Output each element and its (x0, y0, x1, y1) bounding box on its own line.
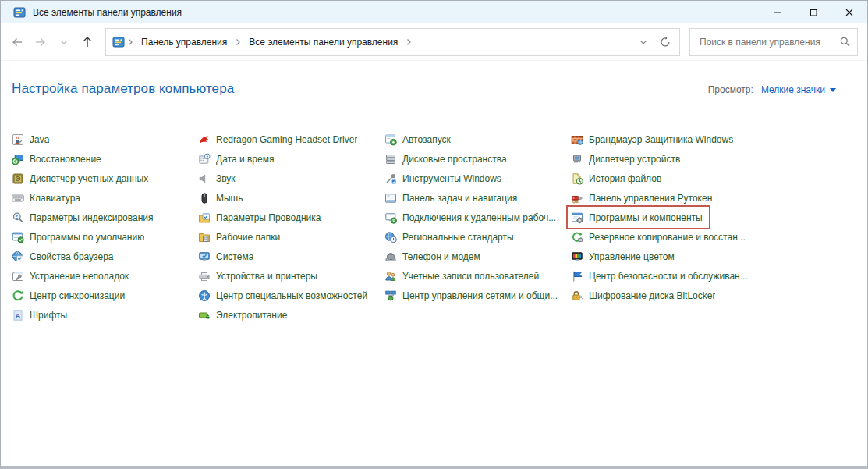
windows-tools-icon (384, 172, 397, 185)
up-button[interactable] (76, 30, 99, 54)
ease-of-access-icon (198, 290, 211, 302)
breadcrumb-item-control-panel[interactable]: Панель управления (136, 37, 232, 48)
control-panel-item-bitlocker[interactable]: Шифрование диска BitLocker (571, 286, 718, 305)
control-panel-item-keyboard[interactable]: Клавиатура (12, 188, 83, 208)
item-label: Шифрование диска BitLocker (589, 290, 715, 301)
control-panel-item-system[interactable]: Система (198, 247, 257, 266)
item-label: Параметры Проводника (216, 212, 321, 223)
minimize-icon (771, 6, 784, 19)
keyboard-icon (12, 192, 24, 204)
control-panel-item-region[interactable]: Региональные стандарты (384, 227, 517, 247)
control-panel-item-backup-restore[interactable]: Резервное копирование и восстан... (571, 227, 749, 247)
control-panel-icon (112, 36, 125, 48)
control-panel-item-phone-modem[interactable]: Телефон и модем (384, 247, 484, 266)
programs-features-icon (571, 211, 583, 224)
fonts-icon: A (12, 309, 24, 322)
caption-buttons (760, 1, 867, 23)
control-panel-item-rutoken[interactable]: Панель управления Рутокен (571, 188, 715, 208)
control-panel-item-power-options[interactable]: Электропитание (198, 305, 290, 325)
bitlocker-icon (571, 290, 583, 302)
item-label: Брандмауэр Защитника Windows (589, 134, 733, 145)
credential-manager-icon (12, 172, 24, 185)
forward-arrow-icon (34, 35, 48, 49)
items-column: Redragon Gaming Headset DriverДата и вре… (198, 130, 384, 325)
item-label: Центр специальных возможностей (216, 290, 367, 301)
control-panel-item-taskbar-navigation[interactable]: Панель задач и навигация (384, 188, 520, 208)
up-arrow-icon (80, 35, 94, 49)
control-panel-item-troubleshooting[interactable]: Устранение неполадок (12, 266, 132, 286)
items-column: АвтозапускДисковые пространстваИнструмен… (384, 130, 571, 325)
control-panel-item-redragon[interactable]: Redragon Gaming Headset Driver (198, 130, 360, 149)
item-label: Телефон и модем (402, 251, 480, 262)
control-panel-item-browser-properties[interactable]: Свойства браузера (12, 247, 117, 266)
control-panel-item-ease-of-access[interactable]: Центр специальных возможностей (198, 286, 370, 305)
back-arrow-icon (10, 35, 24, 49)
item-label: Java (30, 134, 49, 145)
control-panel-item-credential-manager[interactable]: Диспетчер учетных данных (12, 169, 151, 188)
control-panel-item-security-maintenance[interactable]: Центр безопасности и обслуживан... (571, 266, 751, 286)
control-panel-item-devices-printers[interactable]: Устройства и принтеры (198, 266, 321, 286)
forward-button[interactable] (29, 30, 52, 54)
control-panel-item-user-accounts[interactable]: Учетные записи пользователей (384, 266, 542, 286)
phone-modem-icon (384, 250, 397, 263)
refresh-button[interactable] (654, 31, 676, 53)
svg-text:A: A (16, 311, 21, 319)
recent-locations-button[interactable] (52, 30, 76, 54)
control-panel-item-java[interactable]: Java (12, 130, 52, 149)
control-panel-item-autoplay[interactable]: Автозапуск (384, 130, 454, 149)
color-management-icon (571, 250, 583, 263)
breadcrumb-item-all-items[interactable]: Все элементы панели управления (243, 37, 403, 48)
titlebar: Все элементы панели управления (1, 1, 867, 23)
address-bar[interactable]: Панель управления Все элементы панели уп… (105, 28, 680, 56)
control-panel-item-default-programs[interactable]: Программы по умолчанию (12, 227, 147, 247)
maximize-button[interactable] (795, 1, 831, 23)
control-panel-item-remote-desktop[interactable]: Подключения к удаленным рабоч... (384, 208, 559, 227)
item-label: Подключения к удаленным рабоч... (402, 212, 556, 223)
control-panel-item-work-folders[interactable]: Рабочие папки (198, 227, 283, 247)
control-panel-item-recovery[interactable]: Восстановление (12, 149, 105, 169)
address-dropdown-button[interactable] (632, 31, 654, 53)
control-panel-item-storage-spaces[interactable]: Дисковые пространства (384, 149, 510, 169)
close-button[interactable] (831, 1, 867, 23)
control-panel-item-sync-center[interactable]: Центр синхронизации (12, 286, 128, 305)
item-label: Дисковые пространства (402, 154, 507, 165)
items-grid: JavaВосстановлениеДиспетчер учетных данн… (1, 130, 867, 325)
control-panel-item-date-time[interactable]: Дата и время (198, 149, 277, 169)
troubleshooting-icon (12, 270, 24, 282)
page-header: Настройка параметров компьютера Просмотр… (1, 61, 867, 97)
browser-properties-icon (12, 250, 24, 263)
view-by-value: Мелкие значки (761, 84, 825, 95)
file-history-icon (571, 172, 583, 185)
item-label: Программы по умолчанию (30, 232, 144, 243)
control-panel-item-programs-features[interactable]: Программы и компоненты (569, 208, 708, 227)
item-label: Панель задач и навигация (402, 193, 517, 204)
control-panel-item-network-sharing[interactable]: Центр управления сетями и общи... (384, 286, 561, 305)
control-panel-item-windows-tools[interactable]: Инструменты Windows (384, 169, 505, 188)
item-label: Электропитание (216, 310, 287, 321)
view-by-dropdown[interactable]: Мелкие значки (761, 84, 836, 95)
search-input[interactable] (698, 36, 839, 48)
control-panel-item-sound[interactable]: Звук (198, 169, 239, 188)
back-button[interactable] (5, 30, 29, 54)
control-panel-item-device-manager[interactable]: Диспетчер устройств (571, 149, 683, 169)
firewall-icon (571, 133, 583, 146)
item-label: Звук (216, 173, 236, 184)
control-panel-item-file-history[interactable]: История файлов (571, 169, 664, 188)
control-panel-item-fonts[interactable]: AШрифты (12, 305, 70, 325)
caret-down-icon (830, 88, 836, 92)
breadcrumb-chevron-icon (125, 38, 136, 46)
user-accounts-icon (384, 270, 397, 282)
item-label: Учетные записи пользователей (402, 271, 539, 282)
item-label: Клавиатура (30, 193, 80, 204)
indexing-options-icon (12, 211, 24, 224)
control-panel-item-firewall[interactable]: Брандмауэр Защитника Windows (571, 130, 736, 149)
default-programs-icon (12, 231, 24, 243)
control-panel-item-explorer-options[interactable]: Параметры Проводника (198, 208, 324, 227)
minimize-button[interactable] (760, 1, 795, 23)
control-panel-item-indexing-options[interactable]: Параметры индексирования (12, 208, 156, 227)
control-panel-item-mouse[interactable]: Мышь (198, 188, 246, 208)
control-panel-item-color-management[interactable]: Управление цветом (571, 247, 678, 266)
item-label: Центр синхронизации (30, 290, 125, 301)
system-icon (198, 250, 211, 263)
search-icon (839, 36, 851, 48)
